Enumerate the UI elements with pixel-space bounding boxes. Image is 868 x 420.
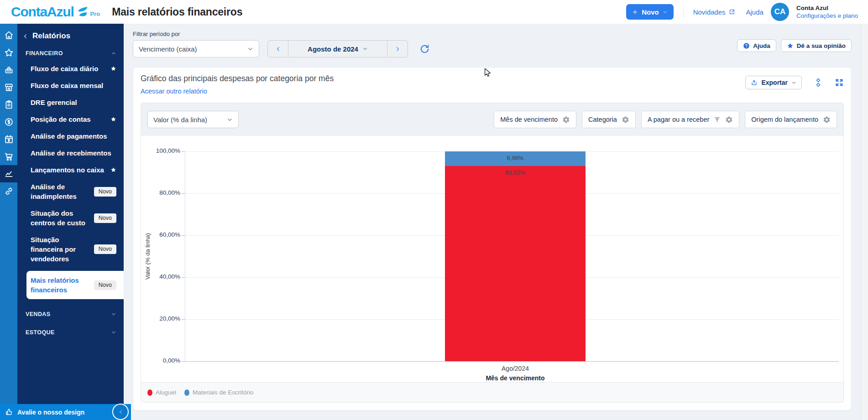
favorite-star-icon[interactable] (110, 66, 116, 72)
sidebar-item[interactable]: Análise de pagamentos (31, 131, 116, 141)
y-tick-label: 60,00% (141, 231, 180, 238)
filter-pill[interactable]: A pagar ou a receber (641, 111, 739, 128)
sidebar-item-label: Lançamentos no caixa (31, 165, 107, 175)
legend-item[interactable]: Materiais de Escritório (184, 389, 254, 396)
filter-bar: Filtrar período por Vencimento (caixa) A… (133, 31, 852, 57)
sidebar-item[interactable]: DRE gerencial (31, 98, 116, 107)
pill-label: Mês de vencimento (500, 116, 558, 123)
chevron-down-icon (111, 311, 116, 317)
month-navigator: Agosto de 2024 (267, 40, 408, 57)
group-label: VENDAS (26, 311, 51, 317)
favorite-star-icon[interactable] (110, 167, 116, 173)
export-button[interactable]: Exportar (745, 76, 802, 89)
logo-pro-label: Pro (90, 10, 100, 19)
rail-clipboard-icon[interactable] (0, 96, 17, 113)
sidebar-item[interactable]: Situação financeira por vendedoresNovo (31, 235, 116, 264)
sidebar-item-label: Situação financeira por vendedores (31, 235, 90, 264)
y-tick-mark (182, 361, 185, 362)
legend-item[interactable]: Aluguel (147, 389, 176, 396)
feedback-button[interactable]: Dê a sua opinião (781, 39, 852, 52)
metric-value: Valor (% da linha) (153, 116, 207, 124)
sidebar-collapse-button[interactable] (112, 404, 129, 420)
rail-chart-line-icon[interactable] (0, 165, 17, 182)
x-axis-line (185, 361, 839, 362)
filter-pill[interactable]: Origem do lançamento (745, 111, 837, 128)
month-select[interactable]: Agosto de 2024 (288, 41, 387, 57)
chevron-right-icon (395, 46, 401, 52)
bar-segment-materiais-de-escrit-rio[interactable]: 6,98% (445, 151, 586, 166)
filter-icon[interactable] (714, 116, 721, 123)
metric-select[interactable]: Valor (% da linha) (147, 111, 239, 128)
sidebar-item[interactable]: Posição de contas (31, 114, 116, 124)
other-report-link[interactable]: Acessar outro relatório (141, 88, 207, 95)
sidebar-item[interactable]: Mais relatórios financeirosNovo (26, 271, 124, 299)
avatar[interactable]: CA (771, 3, 789, 21)
ajuda-link[interactable]: Ajuda (746, 8, 763, 16)
filter-pill[interactable]: Categoria (582, 111, 636, 128)
gear-icon[interactable] (725, 116, 733, 124)
chevron-left-icon (22, 33, 28, 39)
rail-link-icon[interactable] (0, 182, 17, 200)
scrollbar-track[interactable] (861, 24, 868, 420)
filter-pill[interactable]: Mês de vencimento (494, 111, 576, 128)
sidebar-item-label: Análise de inadimplentes (31, 182, 90, 201)
gear-icon[interactable] (823, 116, 831, 124)
sidebar-item[interactable]: Fluxo de caixa mensal (31, 81, 116, 90)
header-divider (683, 6, 684, 18)
sidebar-item[interactable]: Lançamentos no caixa (31, 165, 116, 175)
sidebar-title: Relatórios (32, 31, 70, 41)
contaazul-logo[interactable]: ContaAzul Pro (11, 5, 100, 19)
fullscreen-icon[interactable] (835, 78, 844, 87)
filter-actions: Ajuda Dê a sua opinião (737, 39, 852, 52)
sidebar-menu: Fluxo de caixa diárioFluxo de caixa mens… (17, 64, 124, 299)
chevron-down-icon (247, 46, 253, 52)
previous-month-button[interactable] (268, 41, 288, 57)
favorite-star-icon[interactable] (110, 116, 116, 122)
rail-star-icon[interactable] (0, 44, 17, 61)
thumbs-up-icon (5, 408, 13, 416)
gear-icon[interactable] (622, 116, 629, 124)
novo-badge: Novo (94, 187, 116, 197)
sidebar-item[interactable]: Análise de recebimentos (31, 148, 116, 158)
logo-text: ContaAzul (11, 5, 74, 19)
design-feedback-bar[interactable]: Avalie o nosso design (0, 404, 131, 420)
y-tick-label: 80,00% (141, 189, 180, 196)
chart-card-title: Gráfico das principais despesas por cate… (141, 74, 844, 83)
legend-marker (147, 389, 152, 396)
x-axis-title: Mês de vencimento (445, 374, 586, 382)
sidebar-group-financeiro[interactable]: FINANCEIRO (26, 50, 116, 57)
pill-label: Categoria (588, 116, 617, 123)
account-settings-link[interactable]: Configurações e plano (796, 12, 858, 20)
rail-cart-icon[interactable] (0, 148, 17, 165)
sidebar-back-header[interactable]: Relatórios (17, 24, 124, 41)
help-button[interactable]: Ajuda (737, 39, 776, 52)
rail-dollar-circle-icon[interactable] (0, 113, 17, 130)
refresh-icon[interactable] (419, 44, 430, 54)
chevron-down-icon (111, 330, 116, 335)
question-icon (743, 42, 750, 49)
novo-badge: Novo (94, 280, 116, 290)
design-feedback-label: Avalie o nosso design (17, 409, 84, 416)
rail-calendar-dollar-icon[interactable] (0, 130, 17, 148)
rail-cash-register-icon[interactable] (0, 61, 17, 78)
y-tick-mark (182, 277, 185, 278)
rail-store-icon[interactable] (0, 78, 17, 96)
bar-segment-aluguel[interactable]: 93,02% (445, 166, 586, 361)
contaazul-swoosh-icon (76, 6, 88, 17)
sidebar-item[interactable]: Fluxo de caixa diário (31, 64, 116, 73)
sidebar-group-vendas[interactable]: VENDAS (26, 311, 116, 317)
sidebar-item[interactable]: Situação dos centros de custoNovo (31, 208, 116, 228)
novo-button[interactable]: Novo (626, 4, 674, 20)
period-type-select[interactable]: Vencimento (caixa) (133, 40, 259, 57)
next-month-button[interactable] (387, 41, 408, 57)
y-tick-mark (182, 319, 185, 320)
chevron-up-icon (111, 51, 116, 56)
swap-diamonds-icon[interactable] (814, 78, 823, 87)
chart-card: Gráfico das principais despesas por cate… (133, 67, 852, 410)
novidades-link[interactable]: Novidades (693, 8, 735, 16)
sidebar-group-estoque[interactable]: ESTOQUE (26, 329, 116, 336)
rail-home-icon[interactable] (0, 26, 17, 44)
account-menu[interactable]: Conta Azul Configurações e plano (796, 4, 858, 20)
gear-icon[interactable] (562, 116, 570, 124)
sidebar-item[interactable]: Análise de inadimplentesNovo (31, 182, 116, 201)
